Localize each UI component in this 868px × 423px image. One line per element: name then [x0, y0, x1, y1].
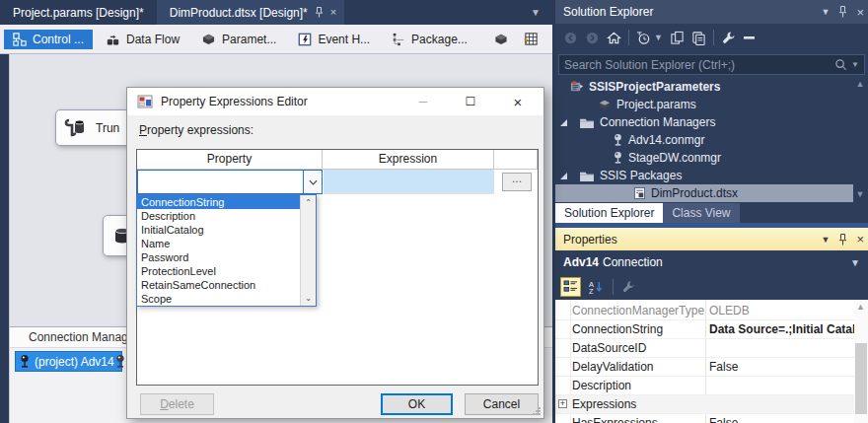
tab-control-flow[interactable]: Control ... — [4, 30, 93, 49]
column-header-expression[interactable]: Expression — [323, 150, 494, 170]
tree-scrollbar[interactable]: ▲▼ — [854, 79, 866, 199]
scroll-up-icon[interactable]: ▲ — [856, 302, 865, 312]
back-icon[interactable] — [563, 31, 578, 45]
tab-parameters[interactable]: Paramet... — [192, 30, 285, 49]
expanded-arrow-icon[interactable] — [560, 173, 567, 179]
combobox-dropdown-button[interactable] — [303, 171, 322, 193]
object-name: Adv14 — [563, 255, 599, 269]
properties-wrench-icon[interactable] — [721, 31, 736, 45]
minimize-icon[interactable]: ─ — [403, 95, 443, 108]
scroll-up-icon[interactable]: ▲ — [856, 79, 865, 89]
connection-manager-icon[interactable] — [114, 354, 126, 369]
folder-icon — [579, 170, 595, 182]
copy-documents-icon[interactable] — [691, 31, 706, 45]
window-menu-icon[interactable]: ▼ — [821, 8, 830, 17]
expression-browse-button[interactable]: ... — [502, 173, 532, 191]
tab-overflow-icon[interactable]: ▼ — [531, 0, 541, 25]
tab-class-view[interactable]: Class View — [663, 203, 739, 223]
scroll-up-icon[interactable]: ⌃ — [305, 198, 312, 207]
delete-button[interactable]: Delete — [140, 393, 214, 415]
tab-data-flow[interactable]: Data Flow — [97, 30, 188, 49]
designer-tab-bar: Control ... Data Flow Paramet... Event H… — [0, 25, 552, 54]
dropdown-item[interactable]: RetainSameConnection — [137, 278, 316, 292]
property-row[interactable]: DataSourceID — [555, 339, 854, 358]
scroll-down-icon[interactable]: ▼ — [856, 189, 865, 199]
tree-item-project-params[interactable]: Project.params — [598, 96, 696, 113]
close-icon[interactable]: × — [856, 6, 864, 19]
window-menu-icon[interactable]: ▼ — [821, 235, 830, 245]
close-icon[interactable]: × — [856, 232, 864, 247]
connection-manager-icon — [19, 354, 31, 369]
property-expressions-editor-dialog: Property Expressions Editor ─ ☐ × Proper… — [126, 87, 544, 419]
connection-manager-icon — [613, 133, 623, 147]
pending-changes-filter-icon[interactable]: ▼ — [636, 31, 663, 45]
combobox-value[interactable] — [138, 171, 303, 193]
pin-icon[interactable] — [838, 234, 847, 246]
categorized-button[interactable] — [560, 277, 581, 297]
variables-grid-icon[interactable] — [523, 32, 539, 46]
property-row[interactable]: ConnectionManagerType OLEDB — [555, 302, 854, 320]
preview-selected-items-icon[interactable] — [743, 35, 757, 40]
pin-icon[interactable] — [315, 7, 324, 18]
property-row[interactable]: Description — [555, 377, 854, 395]
parameters-icon — [201, 33, 216, 45]
dropdown-scrollbar[interactable]: ⌃ ⌄ — [300, 195, 316, 306]
tree-item-dimproduct-dtsx[interactable]: DimProduct.dtsx — [555, 184, 853, 202]
expanded-arrow-icon[interactable] — [560, 119, 567, 126]
expression-cell[interactable] — [324, 170, 494, 194]
tree-item-ssis-packages[interactable]: SSIS Packages — [560, 167, 682, 184]
property-combobox[interactable] — [137, 170, 323, 194]
search-icon[interactable] — [834, 58, 847, 71]
property-row-expressions[interactable]: + Expressions — [555, 395, 854, 414]
pin-icon[interactable] — [838, 6, 847, 18]
ssis-project-icon — [569, 80, 584, 94]
scroll-thumb[interactable] — [855, 343, 867, 414]
property-row[interactable]: ConnectionString Data Source=.;Initial C… — [555, 320, 854, 339]
dialog-titlebar[interactable]: Property Expressions Editor ─ ☐ × — [127, 88, 543, 115]
sync-with-active-document-icon[interactable] — [670, 31, 685, 45]
ok-button[interactable]: OK — [381, 393, 453, 415]
properties-toolbar: AZ — [555, 274, 868, 300]
tab-project-params[interactable]: Project.params [Design]* — [0, 0, 157, 25]
tree-item-stagedw-conmgr[interactable]: StageDW.conmgr — [613, 149, 721, 167]
package-icon — [598, 99, 612, 110]
dropdown-item[interactable]: ProtectionLevel — [137, 264, 316, 278]
tab-package-explorer[interactable]: Package... — [383, 30, 476, 49]
maximize-icon[interactable]: ☐ — [451, 95, 490, 108]
object-selector[interactable]: Adv14 Connection ▼ — [555, 250, 868, 274]
dropdown-item[interactable]: Description — [137, 209, 316, 223]
tree-item-adv14-conmgr[interactable]: Adv14.conmgr — [613, 131, 704, 149]
dropdown-item[interactable]: Name — [137, 237, 316, 250]
dialog-close-icon[interactable]: × — [498, 94, 538, 110]
search-options-icon[interactable]: ▼ — [851, 60, 859, 69]
property-row[interactable]: DelayValidation False — [555, 358, 854, 377]
dropdown-item[interactable]: Password — [137, 250, 316, 264]
dropdown-item[interactable]: ConnectionString — [137, 195, 316, 209]
property-row[interactable]: HasExpressions False — [555, 414, 854, 423]
home-icon[interactable] — [607, 31, 621, 45]
tab-dimproduct[interactable]: DimProduct.dtsx [Design]* × — [157, 0, 345, 25]
expand-plus-icon[interactable]: + — [558, 399, 567, 408]
cancel-button[interactable]: Cancel — [465, 393, 539, 415]
pane-title: Solution Explorer — [563, 5, 812, 19]
properties-titlebar: Properties ▼ × — [555, 228, 868, 250]
dropdown-item[interactable]: InitialCatalog — [137, 223, 316, 237]
property-pages-wrench-icon[interactable] — [618, 277, 638, 297]
connection-manager-icon — [613, 151, 623, 165]
column-header-property[interactable]: Property — [137, 150, 323, 170]
resize-grip[interactable] — [532, 406, 541, 415]
tray-item-adv14[interactable]: (project) Adv14 — [15, 351, 122, 372]
tree-item-connection-managers[interactable]: Connection Managers — [560, 113, 715, 131]
close-icon[interactable]: × — [330, 7, 336, 18]
tree-item-project[interactable]: SSISProjectParameters — [569, 78, 720, 96]
alphabetical-sort-button[interactable]: AZ — [586, 277, 608, 298]
tab-event-handlers[interactable]: Event H... — [289, 30, 379, 49]
scroll-down-icon[interactable]: ⌄ — [305, 294, 312, 303]
dropdown-item[interactable]: Scope — [137, 292, 316, 306]
forward-icon[interactable] — [585, 31, 600, 45]
grid-scrollbar[interactable]: ▲ — [854, 300, 868, 423]
tab-solution-explorer[interactable]: Solution Explorer — [555, 203, 663, 223]
search-input[interactable] — [564, 58, 831, 72]
tool-window-tabs: Solution Explorer Class View — [555, 203, 740, 223]
package-icon[interactable] — [493, 33, 509, 45]
